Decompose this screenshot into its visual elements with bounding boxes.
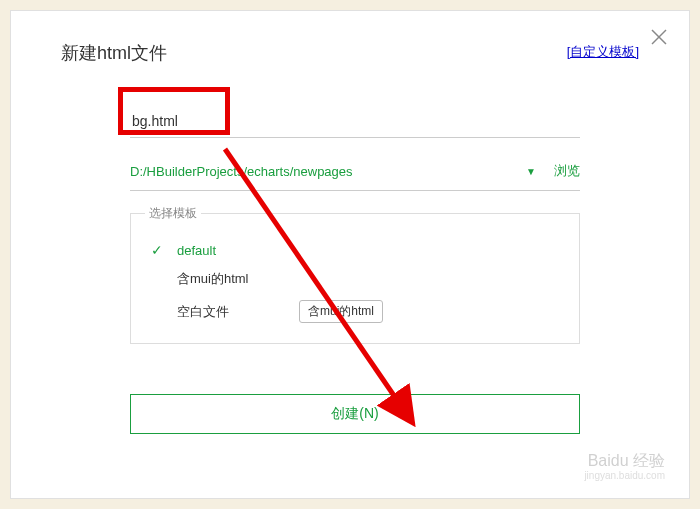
template-fieldset: 选择模板 ✓ default 含mui的html 空白文件 含mui的html <box>130 205 580 344</box>
template-item-label: default <box>177 243 216 258</box>
close-icon[interactable] <box>651 29 667 45</box>
create-button[interactable]: 创建(N) <box>130 394 580 434</box>
new-html-file-dialog: 新建html文件 [自定义模板] D:/HBuilderProjects/ech… <box>10 10 690 499</box>
filename-row <box>130 105 580 138</box>
chevron-down-icon[interactable]: ▼ <box>526 166 536 177</box>
template-item-label: 空白文件 <box>177 303 229 321</box>
tooltip: 含mui的html <box>299 300 383 323</box>
template-item-mui[interactable]: 含mui的html <box>145 264 561 294</box>
create-button-label: 创建(N) <box>331 405 378 421</box>
path-dropdown[interactable]: D:/HBuilderProjects/echarts/newpages <box>130 164 518 179</box>
path-row: D:/HBuilderProjects/echarts/newpages ▼ 浏… <box>130 148 580 191</box>
dialog-title: 新建html文件 <box>61 41 649 65</box>
watermark-brand: Baidu 经验 <box>584 451 665 470</box>
dialog-content: D:/HBuilderProjects/echarts/newpages ▼ 浏… <box>130 105 580 434</box>
watermark-url: jingyan.baidu.com <box>584 470 665 482</box>
template-item-default[interactable]: ✓ default <box>145 236 561 264</box>
filename-input[interactable] <box>130 111 430 131</box>
check-icon: ✓ <box>145 242 169 258</box>
watermark: Baidu 经验 jingyan.baidu.com <box>584 451 665 482</box>
custom-template-link[interactable]: [自定义模板] <box>567 43 639 61</box>
template-item-blank[interactable]: 空白文件 含mui的html <box>145 294 561 329</box>
browse-link[interactable]: 浏览 <box>554 162 580 180</box>
template-legend: 选择模板 <box>145 205 201 222</box>
template-item-label: 含mui的html <box>177 270 249 288</box>
